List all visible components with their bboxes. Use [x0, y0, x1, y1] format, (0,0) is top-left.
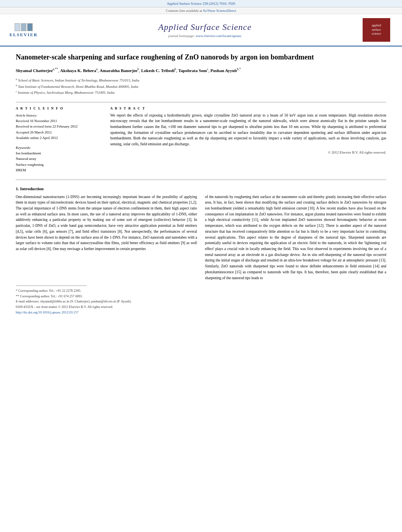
article-info-header: A R T I C L E I N F O — [16, 106, 102, 110]
article-info-col: A R T I C L E I N F O Article history: R… — [16, 106, 102, 173]
authors-line: Shyamal Chatterjeea,**, Akshaya K. Beher… — [16, 67, 386, 74]
footnote-emails: E-mail addresses: shyamal@iitbbs.ac.in (… — [16, 299, 386, 304]
sciverse-link[interactable]: SciVerse ScienceDirect — [203, 9, 236, 13]
sup-b2: b — [174, 67, 176, 71]
history-label: Article history: — [16, 113, 102, 118]
sup-b: b — [137, 67, 139, 71]
contents-bar: Contents lists available at SciVerse Sci… — [0, 7, 402, 14]
author-som: Tapobrata Som — [178, 68, 207, 73]
author-amarabha: Amarabha Banerjee — [100, 68, 137, 73]
footnote-divider — [16, 285, 87, 286]
logo-text: applied surface science — [372, 24, 381, 36]
sup-a: a — [96, 67, 98, 71]
divider-top — [16, 102, 386, 102]
section-1-left-col: One-dimensional nanostructures (1-DNS) a… — [16, 194, 197, 281]
email-label: E-mail addresses: — [16, 299, 39, 303]
accepted: Accepted 26 March 2012 — [16, 130, 102, 135]
footnote-star: * Corresponding author. Tel.: +91 22 227… — [16, 288, 386, 294]
affiliation-a: a School of Basic Sciences, Indian Insti… — [16, 77, 386, 83]
author-ayyub: Pushan Ayyub — [211, 68, 237, 73]
doi-link[interactable]: http://dx.doi.org/10.1016/j.apsusc.2012.… — [16, 310, 78, 314]
section-1-heading: Introduction — [20, 186, 44, 191]
received1: Received 16 November 2011 — [16, 118, 102, 124]
article-title: Nanometer-scale sharpening and surface r… — [16, 52, 386, 62]
footnote-issn: 0169-4332/$ – see front matter © 2012 El… — [16, 304, 386, 310]
affiliation-c: c Institute of Physics, Sachivalaya Marg… — [16, 89, 386, 95]
logo-box-1 — [15, 23, 20, 31]
footnote-doublestar: ** Corresponding author. Tel.: +91 674 2… — [16, 294, 386, 299]
sup-aff-b: b — [16, 84, 17, 87]
footnote-doi: http://dx.doi.org/10.1016/j.apsusc.2012.… — [16, 310, 386, 315]
email-addresses: shyamal@iitbbs.ac.in (S. Chatterjee), pu… — [40, 299, 132, 303]
sup-a-doublestar: a,** — [53, 67, 58, 71]
journal-logo-right: applied surface science — [363, 18, 394, 42]
received2: Received in revised form 22 February 201… — [16, 124, 102, 129]
sup-c: c — [207, 67, 208, 71]
abstract-col: A B S T R A C T We report the effects of… — [110, 106, 386, 173]
keywords-block: Keywords: Ion bombardment Nanorod array … — [16, 145, 102, 173]
available-online: Available online 2 April 2012 — [16, 135, 102, 141]
logo-box-2 — [21, 23, 26, 31]
elsevier-wordmark: ELSEVIER — [9, 32, 38, 37]
section-1: 1. Introduction One-dimensional nanostru… — [16, 186, 386, 281]
keyword-2: Nanorod array — [16, 156, 102, 161]
author-chatterjee: Shyamal Chatterjee — [16, 68, 53, 73]
info-abstract-block: A R T I C L E I N F O Article history: R… — [16, 106, 386, 173]
contents-label: Contents lists available at — [166, 9, 203, 13]
sup-b-star: b,* — [237, 67, 241, 71]
section-1-number: 1. — [16, 186, 19, 191]
logo-graphic — [15, 23, 33, 31]
keyword-4: HREM — [16, 167, 102, 173]
journal-citation: Applied Surface Science 258 (2012) 7016–… — [167, 2, 235, 6]
sup-aff-a: a — [16, 78, 17, 81]
divider-bottom — [16, 180, 386, 180]
author-behera: Akshaya K. Behera — [60, 68, 96, 73]
homepage-link[interactable]: www.elsevier.com/locate/apsusc — [196, 34, 242, 38]
affiliation-b: b Tata Institute of Fundamental Research… — [16, 83, 386, 89]
logo-box-3 — [27, 23, 33, 31]
journal-title-block: Applied Surface Science journal homepage… — [47, 22, 363, 38]
abstract-header: A B S T R A C T — [110, 106, 386, 110]
section-1-body: One-dimensional nanostructures (1-DNS) a… — [16, 194, 386, 281]
main-content: Nanometer-scale sharpening and surface r… — [0, 46, 402, 323]
article-history: Article history: Received 16 November 20… — [16, 113, 102, 141]
section-1-left-text: One-dimensional nanostructures (1-DNS) a… — [16, 194, 197, 252]
sup-aff-c: c — [16, 90, 17, 93]
journal-logo-box: applied surface science — [363, 18, 390, 42]
author-tribedi: Lokesh C. Tribedi — [141, 68, 174, 73]
section-1-right-col: of the nanorods by roughening their surf… — [205, 194, 387, 281]
section-1-title: 1. Introduction — [16, 186, 386, 191]
homepage-label: journal homepage: — [168, 34, 195, 38]
footnotes-block: * Corresponding author. Tel.: +91 22 227… — [16, 288, 386, 315]
journal-title: Applied Surface Science — [47, 22, 363, 32]
copyright: © 2012 Elsevier B.V. All rights reserved… — [110, 150, 386, 154]
journal-homepage-line: journal homepage: www.elsevier.com/locat… — [47, 34, 363, 38]
keywords-label: Keywords: — [16, 145, 102, 150]
journal-header: ELSEVIER Applied Surface Science journal… — [0, 14, 402, 46]
keyword-3: Surface roughening — [16, 162, 102, 167]
affiliations-block: a School of Basic Sciences, Indian Insti… — [16, 77, 386, 95]
journal-citation-bar: Applied Surface Science 258 (2012) 7016–… — [0, 0, 402, 7]
abstract-text: We report the effects of exposing a hydr… — [110, 113, 386, 147]
keyword-1: Ion bombardment — [16, 150, 102, 156]
section-1-right-text: of the nanorods by roughening their surf… — [205, 194, 387, 281]
elsevier-logo: ELSEVIER — [8, 23, 39, 37]
